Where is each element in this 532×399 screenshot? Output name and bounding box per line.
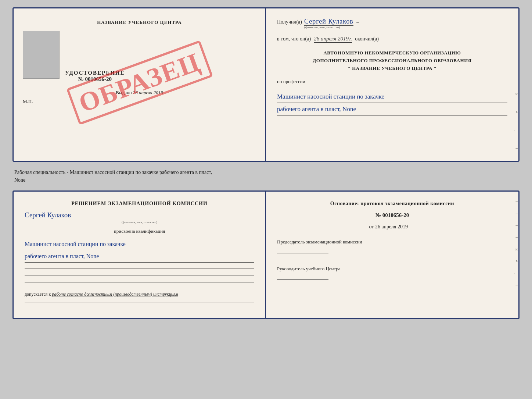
bot-dash-right: – [413, 224, 416, 229]
rukovoditel-block: Руководитель учебного Центра [277, 265, 507, 283]
vydano-date: 26 апреля 2019 [133, 90, 163, 95]
profession-lines-top: Машинист насосной станции по закачке раб… [277, 91, 507, 115]
bot-recipient-name: Сергей Кулаков [25, 211, 254, 220]
bot-familiya-hint: (фамилия, имя, отчество) [25, 220, 254, 224]
bot-profession-line1: Машинист насосной станции по закачке [25, 239, 254, 250]
vydano-label: Выдано [116, 90, 132, 95]
dopuskaetsya-val: работе согласно должностным (производств… [52, 292, 178, 297]
certificate-top: НАЗВАНИЕ УЧЕБНОГО ЦЕНТРА УДОСТОВЕРЕНИЕ №… [12, 7, 520, 162]
mp-label: М.П. [23, 99, 33, 104]
familiya-hint-top: (фамилия, имя, отчество) [304, 25, 507, 29]
bot-name-block: Сергей Кулаков (фамилия, имя, отчество) [25, 211, 254, 224]
dash-right-1: – [356, 19, 359, 25]
right-margin-lines: – – – – и а ← – [511, 8, 518, 161]
poluchil-label: Получил(а) [277, 19, 302, 25]
predsedatel-label: Председатель экзаменационной комиссии [277, 238, 507, 246]
udostoverenie-title: УДОСТОВЕРЕНИЕ [65, 70, 125, 76]
recipient-name: Сергей Кулаков [304, 18, 353, 26]
bot-date: 26 апреля 2019 [375, 224, 408, 229]
vtom-date: 26 апреля 2019г. [314, 36, 352, 43]
ot-label: от [369, 224, 374, 229]
udostoverenie-block: УДОСТОВЕРЕНИЕ № 0010656-20 [65, 70, 125, 82]
vtom-label: в том, что он(а) [277, 36, 311, 42]
resheniem-title: Решением экзаменационной комиссии [25, 201, 254, 207]
poluchil-row: Получил(а) Сергей Кулаков – (фамилия, им… [277, 18, 507, 29]
vtom-row: в том, что он(а) 26 апреля 2019г. окончи… [277, 36, 507, 43]
protocol-number: № 0010656-20 [277, 212, 507, 218]
okonchil-label: окончил(а) [355, 36, 379, 42]
bot-line4 [25, 303, 254, 303]
avt-title1: АВТОНОМНУЮ НЕКОММЕРЧЕСКУЮ ОРГАНИЗАЦИЮ [277, 49, 507, 57]
dopuskaetsya-label: допускается к [25, 292, 51, 297]
middle-text: Рабочая специальность - Машинист насосно… [12, 165, 520, 187]
rukovoditel-signature-line [277, 279, 328, 280]
right-bot-margin: – – – – и а ← – – – [511, 192, 518, 318]
profession-line1-top: Машинист насосной станции по закачке [277, 91, 507, 103]
predsedatel-block: Председатель экзаменационной комиссии [277, 238, 507, 256]
bot-line1 [25, 268, 254, 268]
certificate-bottom: Решением экзаменационной комиссии Сергей… [12, 190, 520, 319]
avt-block: АВТОНОМНУЮ НЕКОММЕРЧЕСКУЮ ОРГАНИЗАЦИЮ ДО… [277, 49, 507, 72]
cert-school-title: НАЗВАНИЕ УЧЕБНОГО ЦЕНТРА [97, 19, 182, 25]
ot-date: от 26 апреля 2019 – [277, 224, 507, 230]
vydano-row: Выдано 26 апреля 2019 [116, 90, 163, 96]
cert-left-panel: НАЗВАНИЕ УЧЕБНОГО ЦЕНТРА УДОСТОВЕРЕНИЕ №… [14, 8, 266, 161]
osnovanie-title: Основание: протокол экзаменационной коми… [277, 201, 507, 207]
rukovoditel-label: Руководитель учебного Центра [277, 265, 507, 273]
photo-placeholder [23, 31, 60, 79]
bot-right-panel: Основание: протокол экзаменационной коми… [266, 192, 518, 318]
bot-line2 [25, 275, 254, 275]
udostoverenie-number: № 0010656-20 [65, 76, 125, 82]
dopuskaetsya-text: допускается к работе согласно должностны… [25, 292, 254, 297]
bot-left-panel: Решением экзаменационной комиссии Сергей… [14, 192, 266, 318]
cert-right-panel: Получил(а) Сергей Кулаков – (фамилия, им… [266, 8, 518, 161]
middle-text-content: Рабочая специальность - Машинист насосно… [14, 170, 212, 183]
avt-title2: ДОПОЛНИТЕЛЬНОГО ПРОФЕССИОНАЛЬНОГО ОБРАЗО… [277, 57, 507, 65]
bot-line3 [25, 282, 254, 282]
profession-line2-top: рабочего агента в пласт, None [277, 104, 507, 115]
prisvoena-text: присвоена квалификация [25, 228, 254, 234]
profession-lines-bot: Машинист насосной станции по закачке раб… [25, 239, 254, 263]
po-professii-label: по профессии [277, 79, 507, 85]
avt-school-name: " НАЗВАНИЕ УЧЕБНОГО ЦЕНТРА " [277, 65, 507, 72]
bot-profession-line2: рабочего агента в пласт, None [25, 251, 254, 262]
predsedatel-signature-line [277, 253, 328, 253]
